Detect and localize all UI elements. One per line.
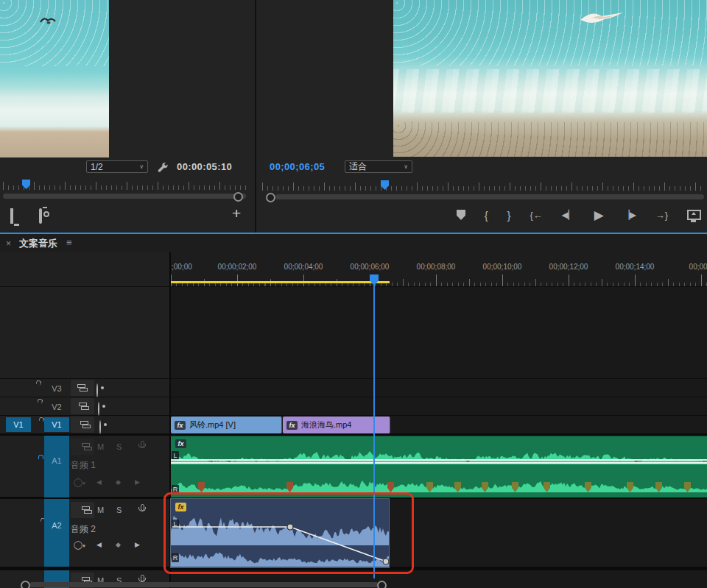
ruler-label: ;00;00 [172, 263, 192, 271]
track-row-divider [0, 397, 707, 397]
source-scrollbar-handle[interactable] [233, 192, 243, 202]
track-strip-a1[interactable] [44, 436, 69, 497]
track-visibility-eye-icon[interactable] [99, 420, 101, 434]
track-row-divider [0, 378, 707, 379]
program-zoom-scrollbar[interactable] [275, 194, 704, 199]
add-marker-icon[interactable] [457, 210, 465, 220]
timeline-zoom-scrollbar[interactable] [29, 582, 379, 587]
mark-in-icon[interactable]: { [485, 210, 488, 221]
source-playhead[interactable] [22, 180, 30, 189]
chevron-down-icon: ∨ [404, 163, 408, 170]
add-keyframe-icon[interactable]: ◆ [116, 479, 121, 486]
next-keyframe-icon[interactable]: ▶ [135, 542, 140, 548]
source-zoom-value: 1/2 [91, 162, 103, 172]
source-scrubber-ruler[interactable] [3, 180, 250, 190]
add-button-plus-icon[interactable]: + [232, 205, 241, 222]
track-id-a1: A1 [44, 456, 69, 465]
ruler-label: 00;00;12;00 [535, 263, 602, 271]
clip-audio-a1[interactable]: fx L R [171, 436, 707, 497]
ruler-label: 00;00;14;00 [602, 263, 668, 271]
lift-icon[interactable] [687, 210, 701, 220]
timeline-playhead-line[interactable] [373, 275, 375, 578]
ruler-label: 00;00;16;00 [668, 263, 707, 271]
premiere-workspace: 1/2 ∨ 00:00:05:10 + 00;00;06;05 适合 [0, 0, 707, 588]
fx-badge: fx [175, 439, 186, 448]
source-patch-v1[interactable]: V1 [6, 417, 31, 432]
solo-button[interactable]: S [116, 442, 122, 451]
time-ruler[interactable]: ;00;00 00;00;02;00 00;00;04;00 00;00;06;… [171, 259, 707, 287]
timeline-tab-title[interactable]: 文案音乐 [19, 237, 57, 250]
sea-sparkle-texture [393, 0, 707, 65]
panel-menu-icon[interactable]: ≡ [66, 237, 72, 248]
source-preview-image [0, 0, 109, 157]
beach-sand-texture [393, 122, 707, 157]
source-settings-wrench-icon[interactable] [157, 161, 169, 173]
track-target-v2[interactable]: V2 [46, 403, 68, 411]
close-tab-icon[interactable]: × [6, 238, 11, 249]
mark-out-icon[interactable]: } [507, 210, 511, 221]
audio-waveform [171, 436, 707, 498]
track-row-divider [0, 415, 707, 416]
render-bar-yellow [171, 281, 390, 283]
add-keyframe-icon[interactable]: ◆ [116, 542, 121, 548]
step-back-icon[interactable]: ◀▏ [562, 210, 575, 219]
play-button-icon[interactable]: ▶ [594, 209, 604, 222]
ruler-label: 00;00;04;00 [270, 263, 337, 271]
program-scrubber-ruler[interactable] [262, 181, 704, 191]
program-fit-select[interactable]: 适合 ∨ [345, 160, 412, 173]
timeline-zoom-handle-right[interactable] [377, 581, 387, 588]
ruler-ticks [171, 274, 707, 287]
track-strip-a2[interactable] [44, 499, 69, 567]
insert-icon[interactable] [10, 208, 13, 224]
volume-keyframe-ramp[interactable] [171, 499, 389, 567]
keyframe-pen-icon[interactable]: ◯▾ [74, 478, 85, 486]
channel-label-right: R [172, 485, 179, 494]
transport-controls: { } {← ◀▏ ▶ ▕▶ →} [457, 207, 701, 223]
next-keyframe-icon[interactable]: ▶ [135, 479, 140, 486]
track-target-v1[interactable]: V1 [44, 417, 69, 432]
source-zoom-select[interactable]: 1/2 ∨ [86, 160, 148, 173]
program-scrollbar-handle[interactable] [266, 193, 275, 202]
program-preview-image [393, 0, 707, 157]
source-timecode[interactable]: 00:00:05:10 [177, 161, 232, 172]
chevron-down-icon: ∨ [139, 163, 144, 170]
clip-fengling-video[interactable]: fx 风铃.mp4 [V] [171, 417, 282, 433]
sea-sparkle-texture [0, 0, 109, 66]
track-name-a2[interactable]: 音频 2 [71, 523, 96, 536]
timeline-panel: × 文案音乐 ≡ 00;00;06;05 ∩ ;00;00 00;00;02;0… [0, 234, 707, 588]
track-visibility-eye-icon[interactable] [96, 383, 98, 397]
track-id-a2: A2 [44, 521, 69, 530]
ruler-label: 00;00;10;00 [469, 263, 535, 271]
clip-audio-a2[interactable]: fx L R [171, 499, 389, 567]
track-target-v3[interactable]: V3 [46, 384, 68, 393]
mute-button[interactable]: M [97, 506, 104, 514]
volume-rubber-band[interactable] [171, 459, 707, 461]
ruler-label: 00;00;08;00 [403, 263, 469, 271]
ruler-label: 00;00;06;00 [337, 263, 403, 271]
source-zoom-scrollbar[interactable] [3, 194, 246, 199]
fx-badge: fx [286, 421, 298, 430]
volume-rubber-band[interactable] [171, 462, 707, 464]
timeline-zoom-handle-left[interactable] [21, 581, 30, 588]
track-name-a1[interactable]: 音频 1 [71, 459, 96, 472]
clip-name: 风铃.mp4 [V] [189, 419, 236, 431]
program-fit-value: 适合 [349, 160, 367, 173]
go-to-in-icon[interactable]: {← [530, 210, 542, 220]
fx-badge: fx [175, 421, 186, 430]
solo-button[interactable]: S [116, 506, 122, 514]
program-monitor-panel: 00;00;06;05 适合 ∨ { } {← ◀▏ ▶ ▕▶ →} [256, 0, 707, 233]
mute-button[interactable]: M [97, 442, 104, 451]
keyframe-pen-icon[interactable]: ◯▾ [74, 541, 85, 549]
clip-name: 海浪海鸟.mp4 [301, 419, 351, 431]
export-frame-icon[interactable] [39, 208, 42, 224]
program-playhead[interactable] [381, 180, 389, 190]
ruler-label: 00;00;02;00 [204, 263, 270, 271]
previous-keyframe-icon[interactable]: ◀ [96, 479, 102, 486]
previous-keyframe-icon[interactable]: ◀ [96, 542, 102, 548]
track-visibility-eye-icon[interactable] [98, 402, 99, 416]
go-to-out-icon[interactable]: →} [655, 210, 668, 220]
source-monitor-panel: 1/2 ∨ 00:00:05:10 + [0, 0, 255, 233]
program-timecode[interactable]: 00;00;06;05 [270, 161, 325, 172]
bird-silhouette-icon [38, 15, 57, 25]
step-forward-icon[interactable]: ▕▶ [623, 210, 636, 219]
